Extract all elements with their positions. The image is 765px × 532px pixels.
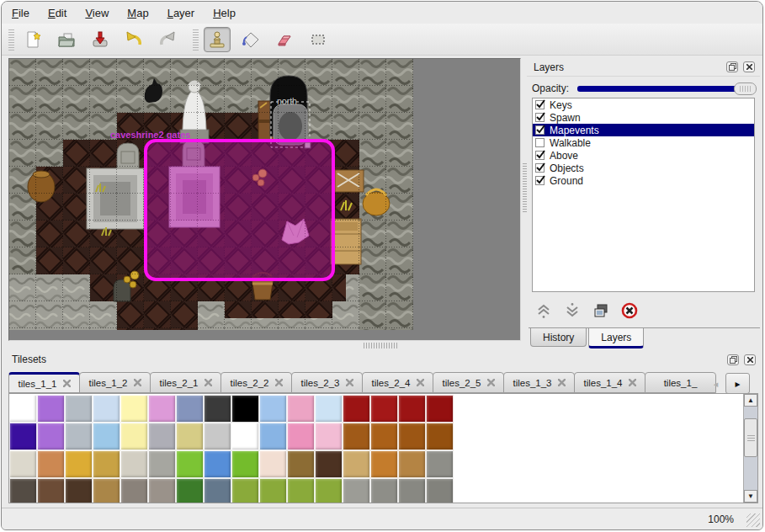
layer-row-objects[interactable]: Objects — [533, 162, 754, 174]
float-panel-icon[interactable] — [727, 354, 739, 365]
tileset-tile[interactable] — [231, 423, 259, 450]
close-panel-icon[interactable] — [744, 354, 756, 365]
tab-close-icon[interactable] — [629, 378, 636, 388]
tileset-tile[interactable] — [93, 478, 120, 503]
redo-button[interactable] — [154, 27, 181, 52]
tileset-tile[interactable] — [120, 450, 148, 478]
layer-row-walkable[interactable]: Walkable — [533, 136, 754, 149]
tileset-tile[interactable] — [148, 478, 176, 503]
layer-row-keys[interactable]: Keys — [533, 98, 754, 111]
tab-scroll-right-icon[interactable]: ▸ — [725, 373, 750, 394]
tileset-tile[interactable] — [204, 450, 231, 478]
tileset-tab-tiles_2_5[interactable]: tiles_2_5 — [433, 372, 504, 393]
checkbox-checked-icon[interactable] — [535, 100, 545, 109]
scrollbar-thumb[interactable] — [744, 418, 757, 457]
tileset-tab-tiles_1_1[interactable]: tiles_1_1 — [8, 372, 80, 393]
tileset-tab-tiles_2_2[interactable]: tiles_2_2 — [220, 372, 292, 393]
tab-scroll-left-icon[interactable]: ◂ — [709, 375, 722, 392]
checkbox-checked-icon[interactable] — [535, 151, 545, 160]
tab-close-icon[interactable] — [346, 378, 353, 388]
map-canvas-viewport[interactable]: caveshrine2 gates north — [8, 58, 521, 341]
eraser-button[interactable] — [271, 27, 298, 52]
undo-button[interactable] — [120, 27, 147, 52]
toolbar-drag-handle[interactable] — [8, 29, 14, 51]
layer-row-spawn[interactable]: Spawn — [533, 111, 754, 124]
tileset-tile[interactable] — [93, 423, 120, 450]
tileset-tile[interactable] — [148, 423, 176, 450]
tileset-tab-tiles_2_3[interactable]: tiles_2_3 — [291, 372, 363, 393]
new-button[interactable] — [19, 27, 46, 52]
tileset-tile[interactable] — [176, 395, 204, 423]
tileset-tile[interactable] — [148, 450, 176, 478]
tileset-tile[interactable] — [370, 450, 398, 478]
menu-help[interactable]: Help — [213, 7, 236, 19]
tileset-tile[interactable] — [204, 395, 231, 423]
checkbox-checked-icon[interactable] — [535, 163, 545, 173]
tileset-tile[interactable] — [259, 478, 287, 503]
stamp-button[interactable] — [204, 27, 231, 52]
tileset-tile[interactable] — [259, 423, 287, 450]
horizontal-splitter-handle[interactable] — [364, 343, 399, 348]
tileset-tile[interactable] — [231, 395, 259, 423]
tileset-tile[interactable] — [426, 395, 454, 423]
layer-row-ground[interactable]: Ground — [533, 174, 754, 187]
tileset-tab-tiles_1_2[interactable]: tiles_1_2 — [79, 372, 151, 393]
tab-close-icon[interactable] — [487, 378, 495, 388]
opacity-slider-handle[interactable] — [734, 82, 757, 95]
tileset-tab-tiles_2_1[interactable]: tiles_2_1 — [150, 372, 221, 393]
tileset-tile[interactable] — [65, 395, 93, 423]
layer-row-mapevents[interactable]: Mapevents — [533, 124, 754, 136]
tab-close-icon[interactable] — [63, 379, 71, 389]
tileset-tile[interactable] — [259, 395, 287, 423]
tileset-tile[interactable] — [120, 423, 148, 450]
tileset-tile[interactable] — [65, 450, 93, 478]
select-button[interactable] — [305, 27, 332, 52]
tileset-tile[interactable] — [315, 478, 343, 503]
tileset-tile[interactable] — [343, 478, 370, 503]
tab-close-icon[interactable] — [205, 378, 212, 388]
checkbox-checked-icon[interactable] — [535, 113, 545, 122]
menu-map[interactable]: Map — [127, 7, 148, 19]
tileset-tile[interactable] — [37, 478, 65, 503]
panel-tab-history[interactable]: History — [530, 328, 587, 347]
tileset-tile[interactable] — [204, 478, 231, 503]
tileset-tile[interactable] — [9, 423, 37, 450]
tab-close-icon[interactable] — [558, 378, 566, 388]
tileset-tile[interactable] — [37, 450, 65, 478]
tileset-tile[interactable] — [176, 450, 204, 478]
tab-close-icon[interactable] — [275, 378, 283, 388]
tileset-tile[interactable] — [343, 395, 370, 423]
opacity-slider[interactable] — [577, 86, 755, 92]
save-button[interactable] — [87, 27, 114, 52]
tileset-tile[interactable] — [287, 423, 315, 450]
tileset-tile[interactable] — [370, 478, 398, 503]
panel-tab-layers[interactable]: Layers — [588, 328, 644, 348]
tileset-tile[interactable] — [398, 478, 426, 503]
float-panel-icon[interactable] — [726, 61, 738, 72]
raise-layer-button[interactable] — [534, 302, 554, 322]
menu-view[interactable]: View — [85, 7, 109, 19]
tileset-tile[interactable] — [398, 423, 426, 450]
tileset-tile[interactable] — [9, 395, 37, 423]
tileset-tile[interactable] — [315, 395, 343, 423]
tileset-tile[interactable] — [120, 478, 148, 503]
scroll-down-icon[interactable]: ▼ — [744, 490, 757, 503]
tileset-tile[interactable] — [176, 423, 204, 450]
tileset-tab-tiles_2_4[interactable]: tiles_2_4 — [362, 372, 433, 393]
duplicate-layer-button[interactable] — [591, 302, 611, 322]
tileset-tile[interactable] — [37, 395, 65, 423]
tileset-tab-tiles_1_[interactable]: tiles_1_ — [645, 372, 716, 393]
close-panel-icon[interactable] — [743, 61, 755, 72]
scroll-up-icon[interactable]: ▲ — [744, 394, 757, 407]
tab-close-icon[interactable] — [417, 378, 424, 388]
fill-button[interactable] — [237, 27, 264, 52]
tileset-tile[interactable] — [65, 423, 93, 450]
layer-row-above[interactable]: Above — [533, 149, 754, 162]
tileset-scrollbar[interactable]: ▲ ▼ — [743, 394, 757, 503]
tileset-tile[interactable] — [231, 450, 259, 478]
tileset-tile[interactable] — [315, 423, 343, 450]
toolbar-drag-handle[interactable] — [193, 29, 199, 51]
tileset-tile[interactable] — [9, 450, 37, 478]
tileset-tile[interactable] — [370, 423, 398, 450]
resize-grip[interactable] — [746, 513, 760, 527]
